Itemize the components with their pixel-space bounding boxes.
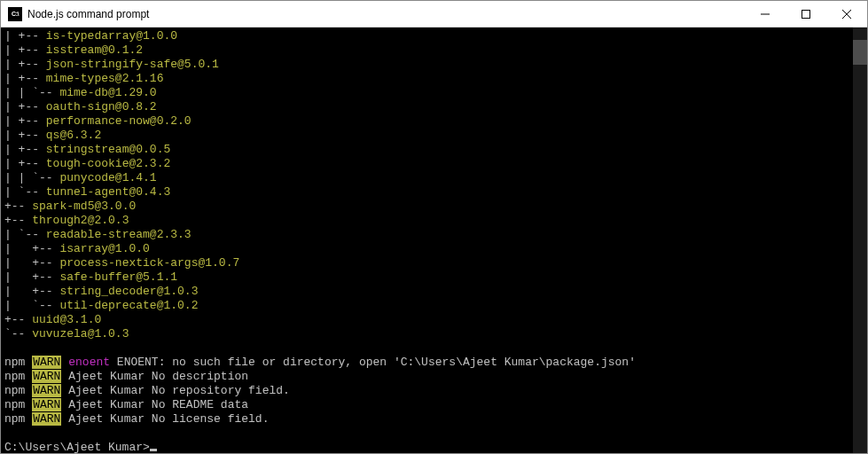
tree-line: | +-- mime-types@2.1.16 <box>4 72 864 86</box>
terminal-container: | +-- is-typedarray@1.0.0| +-- isstream@… <box>1 27 867 453</box>
warn-badge: WARN <box>32 370 61 383</box>
package-name: json-stringify-safe@5.0.1 <box>46 58 219 71</box>
tree-prefix: | +-- <box>4 29 46 43</box>
package-name: readable-stream@2.3.3 <box>46 228 192 241</box>
blank-line <box>4 427 864 441</box>
tree-prefix: +-- <box>4 200 32 213</box>
package-name: util-deprecate@1.0.2 <box>59 299 198 312</box>
tree-line: | `-- readable-stream@2.3.3 <box>4 228 864 242</box>
terminal-output[interactable]: | +-- is-typedarray@1.0.0| +-- isstream@… <box>1 27 867 453</box>
tree-prefix: | +-- <box>4 114 46 128</box>
package-name: spark-md5@3.0.0 <box>32 200 136 213</box>
tree-prefix: | +-- <box>4 43 46 57</box>
tree-line: | +-- tough-cookie@2.3.2 <box>4 157 864 171</box>
package-name: oauth-sign@0.8.2 <box>46 100 157 114</box>
package-name: safe-buffer@5.1.1 <box>59 270 177 284</box>
npm-warn-line: npm WARN Ajeet Kumar No license field. <box>4 412 864 427</box>
tree-line: +-- spark-md5@3.0.0 <box>4 200 864 214</box>
window-controls <box>745 1 867 27</box>
tree-line: `-- vuvuzela@1.0.3 <box>4 327 864 341</box>
tree-prefix: | +-- <box>4 285 59 298</box>
npm-warn-line: npm WARN Ajeet Kumar No README data <box>4 398 864 412</box>
package-name: tough-cookie@2.3.2 <box>46 157 170 170</box>
tree-line: | | `-- punycode@1.4.1 <box>4 171 864 185</box>
tree-prefix: | +-- <box>4 242 59 255</box>
error-code: enoent <box>68 356 110 369</box>
svg-rect-1 <box>802 10 810 18</box>
warn-badge: WARN <box>32 398 61 411</box>
tree-line: | +-- process-nextick-args@1.0.7 <box>4 256 864 270</box>
tree-prefix: | | `-- <box>4 86 59 99</box>
npm-label: npm <box>4 356 25 369</box>
maximize-button[interactable] <box>786 1 826 27</box>
package-name: isstream@0.1.2 <box>46 43 143 57</box>
tree-prefix: | | `-- <box>4 171 59 184</box>
tree-prefix: | +-- <box>4 72 46 85</box>
tree-line: +-- through2@2.0.3 <box>4 214 864 228</box>
tree-prefix: | +-- <box>4 157 46 170</box>
tree-line: | +-- qs@6.3.2 <box>4 129 864 143</box>
warn-badge: WARN <box>32 412 61 426</box>
close-button[interactable] <box>826 1 867 27</box>
prompt-text: C:\Users\Ajeet Kumar> <box>4 441 150 453</box>
package-name: stringstream@0.0.5 <box>46 143 170 156</box>
npm-label: npm <box>4 384 25 397</box>
package-name: mime-db@1.29.0 <box>59 86 156 99</box>
package-name: through2@2.0.3 <box>32 214 129 227</box>
tree-line: | +-- json-stringify-safe@5.0.1 <box>4 58 864 72</box>
warn-message: Ajeet Kumar No README data <box>61 398 248 411</box>
package-name: qs@6.3.2 <box>46 129 101 142</box>
package-name: string_decoder@1.0.3 <box>59 285 198 298</box>
package-name: isarray@1.0.0 <box>59 242 149 255</box>
package-name: is-typedarray@1.0.0 <box>46 29 177 43</box>
warn-message: Ajeet Kumar No description <box>61 370 248 383</box>
tree-line: | +-- performance-now@0.2.0 <box>4 114 864 129</box>
package-name: vuvuzela@1.0.3 <box>32 327 129 340</box>
tree-prefix: +-- <box>4 313 32 326</box>
tree-line: | `-- tunnel-agent@0.4.3 <box>4 185 864 200</box>
scrollbar-thumb[interactable] <box>853 40 867 65</box>
tree-prefix: | `-- <box>4 228 46 241</box>
tree-line: | +-- string_decoder@1.0.3 <box>4 285 864 299</box>
npm-warn-line: npm WARN enoent ENOENT: no such file or … <box>4 356 864 370</box>
tree-prefix: | `-- <box>4 299 59 312</box>
tree-line: | +-- safe-buffer@5.1.1 <box>4 270 864 285</box>
warn-message: Ajeet Kumar No repository field. <box>61 384 289 397</box>
tree-prefix: | +-- <box>4 129 46 142</box>
window-title: Node.js command prompt <box>27 8 745 20</box>
npm-label: npm <box>4 370 25 383</box>
package-name: uuid@3.1.0 <box>32 313 101 326</box>
tree-prefix: | +-- <box>4 143 46 156</box>
window-titlebar: C:\ Node.js command prompt <box>1 1 867 27</box>
tree-line: | | `-- mime-db@1.29.0 <box>4 86 864 100</box>
npm-label: npm <box>4 412 25 426</box>
cmd-icon: C:\ <box>8 7 22 21</box>
npm-warn-line: npm WARN Ajeet Kumar No repository field… <box>4 384 864 398</box>
tree-line: | +-- is-typedarray@1.0.0 <box>4 29 864 43</box>
tree-prefix: | +-- <box>4 100 46 114</box>
package-name: tunnel-agent@0.4.3 <box>46 185 170 199</box>
npm-label: npm <box>4 398 25 411</box>
package-name: mime-types@2.1.16 <box>46 72 164 85</box>
cursor <box>150 449 157 451</box>
tree-line: | `-- util-deprecate@1.0.2 <box>4 299 864 313</box>
tree-line: | +-- isstream@0.1.2 <box>4 43 864 58</box>
tree-line: | +-- stringstream@0.0.5 <box>4 143 864 157</box>
tree-line: | +-- isarray@1.0.0 <box>4 242 864 256</box>
tree-line: | +-- oauth-sign@0.8.2 <box>4 100 864 114</box>
warn-message: ENOENT: no such file or directory, open … <box>110 356 636 369</box>
minimize-button[interactable] <box>745 1 786 27</box>
warn-badge: WARN <box>32 384 61 397</box>
scrollbar-track[interactable] <box>853 27 867 453</box>
tree-prefix: | +-- <box>4 256 59 270</box>
warn-message: Ajeet Kumar No license field. <box>61 412 269 426</box>
prompt-line[interactable]: C:\Users\Ajeet Kumar> <box>4 441 864 453</box>
warn-badge: WARN <box>32 356 61 369</box>
tree-prefix: +-- <box>4 214 32 227</box>
npm-warn-line: npm WARN Ajeet Kumar No description <box>4 370 864 384</box>
tree-prefix: `-- <box>4 327 32 340</box>
tree-prefix: | `-- <box>4 185 46 199</box>
package-name: punycode@1.4.1 <box>59 171 156 184</box>
tree-line: +-- uuid@3.1.0 <box>4 313 864 327</box>
package-name: process-nextick-args@1.0.7 <box>59 256 239 270</box>
